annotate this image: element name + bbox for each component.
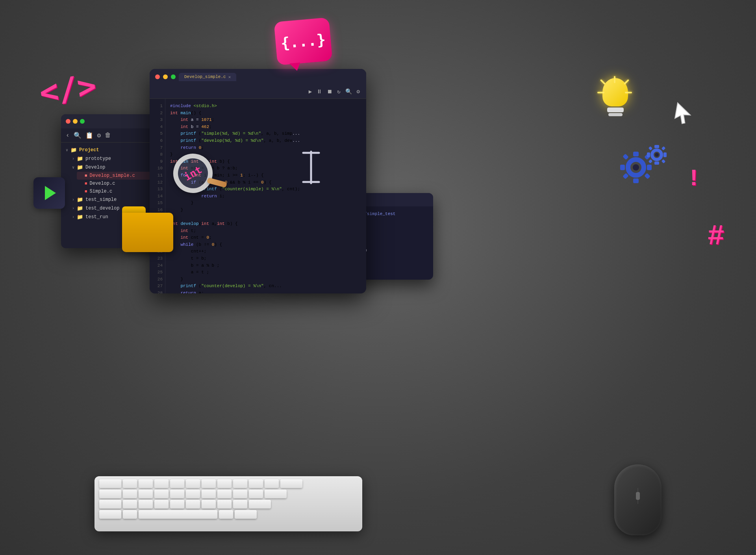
run-button[interactable]: ▶ [309, 88, 312, 95]
key-p [265, 479, 279, 488]
exclamation-icon: ! [687, 165, 701, 192]
key-ctrl [99, 510, 121, 519]
pause-button[interactable]: ⏸ [317, 89, 322, 95]
play-button-icon[interactable] [33, 177, 65, 209]
key-comma [233, 500, 247, 509]
svg-rect-13 [654, 161, 659, 165]
key-a [123, 490, 137, 498]
cursor-icon [671, 100, 699, 134]
folder-test-develop-label: test_develop [85, 206, 119, 211]
svg-rect-15 [663, 152, 667, 157]
editor-tab[interactable]: Develop_simple.c ✕ [179, 73, 236, 81]
svg-rect-17 [662, 146, 666, 150]
key-u [217, 479, 232, 488]
minimize-dot[interactable] [73, 119, 78, 124]
refresh-button[interactable]: ↻ [337, 88, 340, 95]
svg-rect-3 [633, 178, 639, 183]
svg-rect-9 [644, 173, 650, 179]
svg-marker-20 [674, 103, 692, 125]
tab-label: Develop_simple.c [184, 74, 226, 79]
delete-icon[interactable]: 🗑 [105, 132, 111, 139]
svg-rect-5 [647, 165, 652, 170]
key-k [233, 490, 247, 498]
folder-test-run-label: test_run [85, 214, 108, 220]
code-bracket-icon: {...} [274, 17, 332, 65]
folder-test-simple-label: test_simple [85, 197, 117, 202]
key-alt [123, 510, 137, 519]
key-shift-l [99, 500, 121, 509]
key-alt-r [219, 510, 233, 519]
gear-icons [614, 142, 669, 189]
key-i [233, 479, 247, 488]
svg-rect-6 [623, 154, 629, 160]
back-button[interactable]: ‹ [66, 132, 70, 139]
settings-button[interactable]: ⚙ [357, 88, 360, 95]
file-develop-c-label: Develop.c [90, 181, 115, 186]
mouse [614, 464, 662, 535]
file-simple-c-label: Simple.c [90, 189, 113, 194]
editor-toolbar: ▶ ⏸ ⏹ ↻ 🔍 ⚙ [150, 85, 366, 99]
key-backspace [280, 479, 302, 488]
stop-button[interactable]: ⏹ [327, 89, 332, 95]
key-w [139, 479, 153, 488]
editor-titlebar: Develop_simple.c ✕ [150, 69, 366, 85]
key-h [202, 490, 216, 498]
clipboard-icon[interactable]: 📋 [85, 132, 93, 139]
lightbulb-icon [597, 71, 634, 121]
search-icon[interactable]: 🔍 [74, 132, 82, 139]
key-n [202, 500, 216, 509]
key-t [186, 479, 200, 488]
project-label: Project [79, 147, 99, 153]
active-file-label: Develop_simple.c [90, 173, 135, 178]
editor-content: 12345 678910 1112131415 1617181920 21222… [150, 99, 366, 293]
maximize-dot[interactable] [80, 119, 85, 124]
key-caps [99, 490, 121, 498]
hash-icon: # [708, 221, 724, 253]
key-z [123, 500, 137, 509]
key-c [154, 500, 169, 509]
svg-rect-19 [662, 159, 666, 163]
svg-rect-14 [647, 152, 650, 157]
html-tag-icon: </> [37, 67, 98, 111]
key-ctrl-r [235, 510, 257, 519]
tab-close-button[interactable]: ✕ [228, 74, 231, 80]
line-numbers: 12345 678910 1112131415 1617181920 21222… [150, 99, 165, 293]
key-tab [99, 479, 121, 488]
editor-minimize-dot[interactable] [163, 74, 168, 79]
editor-maximize-dot[interactable] [171, 74, 176, 79]
close-dot[interactable] [66, 119, 70, 124]
folder-develop-label: Develop [85, 165, 105, 170]
folder-3d-icon [122, 213, 173, 252]
key-x [139, 500, 153, 509]
svg-rect-18 [649, 159, 653, 163]
key-v [170, 500, 184, 509]
svg-point-1 [633, 164, 639, 171]
key-shift-r [249, 500, 271, 509]
svg-point-11 [655, 153, 659, 157]
key-d [154, 490, 169, 498]
svg-rect-2 [633, 152, 639, 156]
svg-rect-4 [620, 165, 625, 170]
keyboard [94, 476, 362, 531]
key-s [139, 490, 153, 498]
key-r [170, 479, 184, 488]
key-f [170, 490, 184, 498]
key-j [217, 490, 232, 498]
svg-rect-12 [654, 145, 659, 148]
code-text-area[interactable]: #include <stdio.h> int main() { int a = … [165, 99, 366, 293]
key-e [154, 479, 169, 488]
key-g [186, 490, 200, 498]
settings-icon[interactable]: ⚙ [97, 132, 101, 139]
mouse-scroll-wheel [636, 492, 640, 500]
svg-rect-8 [623, 173, 629, 179]
key-o [249, 479, 263, 488]
key-enter [265, 490, 287, 498]
key-space [139, 510, 217, 519]
key-q [123, 479, 137, 488]
find-button[interactable]: 🔍 [345, 88, 352, 95]
folder-prototype-label: prototype [85, 156, 111, 161]
key-l [249, 490, 263, 498]
editor-close-dot[interactable] [155, 74, 160, 79]
key-b [186, 500, 200, 509]
key-y [202, 479, 216, 488]
